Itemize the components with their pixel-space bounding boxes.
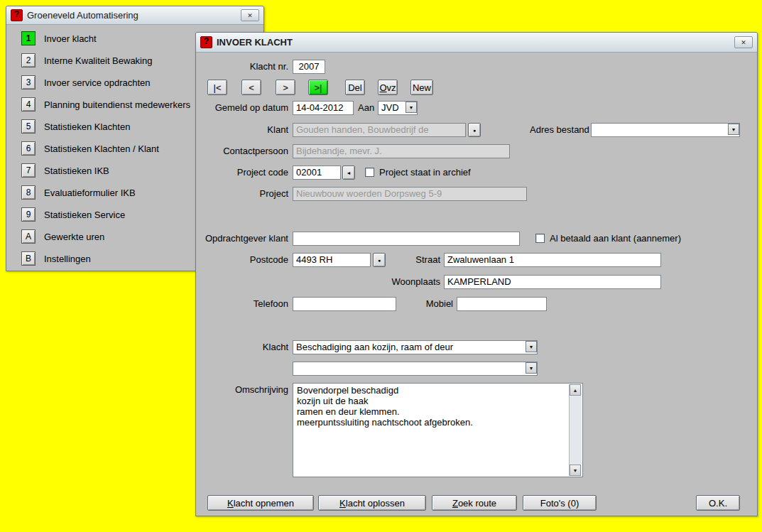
launcher-key-6[interactable]: 6 xyxy=(21,141,36,156)
nav-next-button[interactable]: > xyxy=(276,80,295,95)
aan-label: Aan xyxy=(358,101,374,115)
klacht-label: Klacht xyxy=(196,340,288,354)
left-arrow-icon: ◄ xyxy=(347,170,352,175)
launcher-item-label: Interne Kwaliteit Bewaking xyxy=(44,55,152,66)
launcher-item-gewerkte-uren[interactable]: A Gewerkte uren xyxy=(21,229,190,244)
klacht-nr-field[interactable]: 2007 xyxy=(293,60,325,74)
launcher-item-label: Statistieken IKB xyxy=(44,165,109,176)
launcher-titlebar[interactable]: ? Groeneveld Automatisering ✕ xyxy=(6,6,263,25)
overview-button[interactable]: Ovz xyxy=(378,80,398,95)
launcher-key-9[interactable]: 9 xyxy=(21,207,36,222)
gemeld-op-datum-label: Gemeld op datum xyxy=(196,101,288,115)
dot-icon: ● xyxy=(473,128,476,133)
klant-label: Klant xyxy=(196,123,288,137)
project-code-lookup-button[interactable]: ◄ xyxy=(342,165,355,180)
launcher-item-label: Statistieken Service xyxy=(44,210,125,220)
launcher-menu: 1 Invoer klacht 2 Interne Kwaliteit Bewa… xyxy=(21,31,190,266)
launcher-item-label: Statistieken Klachten / Klant xyxy=(44,143,159,154)
dot-icon: ● xyxy=(378,258,381,263)
woonplaats-field[interactable]: KAMPERLAND xyxy=(444,275,661,289)
launcher-item-invoer-klacht[interactable]: 1 Invoer klacht xyxy=(21,31,190,45)
klacht-sub-combo[interactable] xyxy=(293,362,538,376)
contactpersoon-label: Contactpersoon xyxy=(196,144,288,158)
klacht-combo[interactable]: Beschadiging aan kozijn, raam of deur xyxy=(293,340,538,354)
launcher-item-stat-klachten[interactable]: 5 Statistieken Klachten xyxy=(21,119,190,134)
launcher-key-8[interactable]: 8 xyxy=(21,185,36,200)
mobiel-field[interactable] xyxy=(457,297,547,311)
chevron-down-icon[interactable]: ▼ xyxy=(728,124,739,135)
postcode-field[interactable]: 4493 RH xyxy=(293,253,371,267)
launcher-item-instellingen[interactable]: B Instellingen xyxy=(21,251,190,266)
nav-last-button[interactable]: >| xyxy=(308,80,328,95)
invoer-klacht-close-button[interactable]: ✕ xyxy=(734,36,753,48)
fotos-button[interactable]: Foto's (0) xyxy=(523,495,597,511)
launcher-item-stat-klachten-klant[interactable]: 6 Statistieken Klachten / Klant xyxy=(21,141,190,156)
omschrijving-scrollbar[interactable]: ▲ ▼ xyxy=(569,384,582,476)
launcher-close-button[interactable]: ✕ xyxy=(241,9,259,21)
launcher-item-planning[interactable]: 4 Planning buitendienst medewerkers xyxy=(21,97,190,112)
launcher-item-label: Invoer service opdrachten xyxy=(44,77,151,88)
zoek-route-button[interactable]: Zoek route xyxy=(432,495,517,511)
opdrachtgever-klant-label: Opdrachtgever klant xyxy=(196,232,288,246)
launcher-window-title: Groeneveld Automatisering xyxy=(27,10,138,21)
launcher-item-evaluatie-ikb[interactable]: 8 Evaluatieformulier IKB xyxy=(21,185,190,200)
app-question-icon: ? xyxy=(200,36,212,48)
launcher-key-b[interactable]: B xyxy=(21,251,36,266)
launcher-item-label: Instellingen xyxy=(44,254,91,264)
al-betaald-checkbox-label: Al betaald aan klant (aannemer) xyxy=(550,232,681,246)
launcher-item-stat-ikb[interactable]: 7 Statistieken IKB xyxy=(21,163,190,178)
al-betaald-checkbox[interactable] xyxy=(535,234,545,243)
omschrijving-text: Bovendorpel beschadigd kozijn uit de haa… xyxy=(297,385,568,475)
woonplaats-label: Woonplaats xyxy=(348,275,440,289)
klant-lookup-button[interactable]: ● xyxy=(468,123,481,137)
new-record-button[interactable]: New xyxy=(410,80,433,95)
delete-record-button[interactable]: Del xyxy=(345,80,365,95)
project-field: Nieuwbouw woerden Dorpsweg 5-9 xyxy=(293,187,527,201)
launcher-item-ikb[interactable]: 2 Interne Kwaliteit Bewaking xyxy=(21,53,190,67)
nav-first-button[interactable]: |< xyxy=(207,80,227,95)
launcher-key-a[interactable]: A xyxy=(21,229,36,244)
launcher-item-label: Statistieken Klachten xyxy=(44,121,130,132)
chevron-down-icon[interactable]: ▼ xyxy=(406,102,417,113)
launcher-item-label: Evaluatieformulier IKB xyxy=(44,188,136,198)
contactpersoon-field: Bijdehandje, mevr. J. xyxy=(293,144,510,158)
ok-button[interactable]: O.K. xyxy=(696,495,740,511)
mobiel-label: Mobiel xyxy=(398,297,453,311)
chevron-down-icon[interactable]: ▼ xyxy=(526,341,537,352)
launcher-key-1[interactable]: 1 xyxy=(21,31,36,45)
app-question-icon: ? xyxy=(11,9,23,21)
launcher-key-4[interactable]: 4 xyxy=(21,97,36,112)
scroll-up-icon[interactable]: ▲ xyxy=(570,384,581,396)
chevron-down-icon[interactable]: ▼ xyxy=(526,362,537,374)
nav-prev-button[interactable]: < xyxy=(241,80,261,95)
launcher-item-label: Planning buitendienst medewerkers xyxy=(44,99,190,110)
omschrijving-textarea[interactable]: Bovendorpel beschadigd kozijn uit de haa… xyxy=(293,383,583,477)
telefoon-field[interactable] xyxy=(293,297,396,311)
invoer-klacht-window: ? INVOER KLACHT ✕ Klacht nr. 2007 |< < >… xyxy=(195,32,758,516)
scroll-down-icon[interactable]: ▼ xyxy=(570,465,581,476)
project-code-label: Project code xyxy=(196,165,288,180)
gemeld-op-datum-field[interactable]: 14-04-2012 xyxy=(293,101,354,115)
project-archief-checkbox[interactable] xyxy=(365,168,374,177)
klacht-nr-label: Klacht nr. xyxy=(196,60,288,74)
invoer-klacht-window-title: INVOER KLACHT xyxy=(217,37,293,48)
opdrachtgever-klant-field[interactable] xyxy=(293,232,520,246)
launcher-key-5[interactable]: 5 xyxy=(21,119,36,134)
launcher-key-7[interactable]: 7 xyxy=(21,163,36,178)
launcher-item-label: Invoer klacht xyxy=(44,33,97,44)
close-icon: ✕ xyxy=(741,39,746,46)
straat-field[interactable]: Zwaluwenlaan 1 xyxy=(444,253,661,267)
launcher-item-stat-service[interactable]: 9 Statistieken Service xyxy=(21,207,190,222)
project-code-field[interactable]: 02001 xyxy=(293,165,341,180)
launcher-item-service-opdrachten[interactable]: 3 Invoer service opdrachten xyxy=(21,75,190,89)
invoer-klacht-titlebar[interactable]: ? INVOER KLACHT ✕ xyxy=(196,33,757,53)
launcher-key-3[interactable]: 3 xyxy=(21,75,36,89)
omschrijving-label: Omschrijving xyxy=(196,383,288,397)
adres-bestand-combo[interactable] xyxy=(591,123,740,137)
project-archief-checkbox-label: Project staat in archief xyxy=(379,165,471,180)
klacht-oplossen-button[interactable]: Klacht oplossen xyxy=(318,495,426,511)
straat-label: Straat xyxy=(383,253,440,267)
telefoon-label: Telefoon xyxy=(196,297,288,311)
launcher-key-2[interactable]: 2 xyxy=(21,53,36,67)
klacht-opnemen-button[interactable]: Klacht opnemen xyxy=(207,495,314,511)
